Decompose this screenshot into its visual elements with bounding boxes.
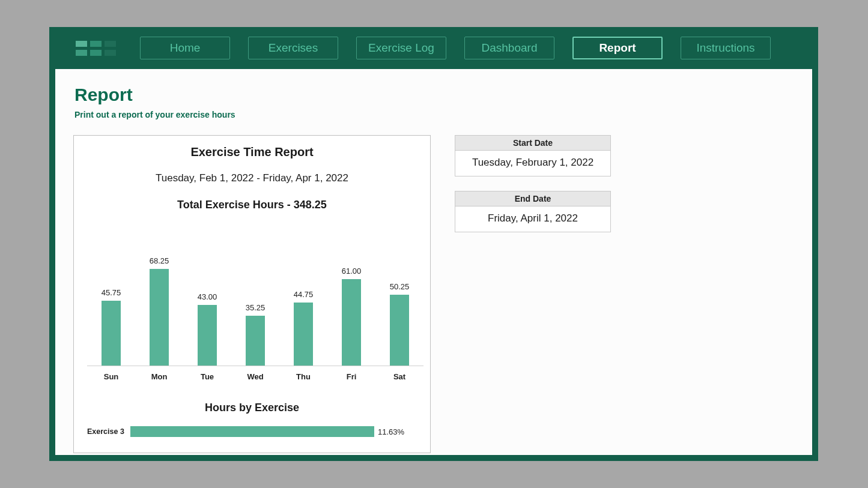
- bar-column: 35.25: [237, 303, 274, 366]
- bar-x-label: Sun: [93, 372, 130, 381]
- hbe-track: 11.63%: [130, 426, 413, 437]
- bar-x-label: Sat: [381, 372, 418, 381]
- bar-rect: [294, 303, 313, 366]
- bar-x-label: Wed: [237, 372, 274, 381]
- hours-by-day-xaxis: SunMonTueWedThuFriSat: [87, 372, 423, 381]
- nav-tab-exercise-log[interactable]: Exercise Log: [356, 37, 446, 59]
- bar-x-label: Thu: [285, 372, 322, 381]
- main-row: Exercise Time Report Tuesday, Feb 1, 202…: [73, 135, 794, 455]
- start-date-value: Tuesday, February 1, 2022: [455, 151, 610, 176]
- nav-tab-exercises[interactable]: Exercises: [248, 37, 338, 59]
- nav-tab-report[interactable]: Report: [572, 37, 663, 59]
- bar-value-label: 50.25: [390, 282, 410, 291]
- bar-value-label: 43.00: [198, 292, 217, 301]
- hours-by-exercise-row: Exercise 3 11.63%: [87, 426, 417, 437]
- nav-tab-dashboard[interactable]: Dashboard: [464, 37, 554, 59]
- page-header: Report Print out a report of your exerci…: [55, 69, 812, 119]
- bar-value-label: 68.25: [150, 256, 169, 265]
- app-window: HomeExercisesExercise LogDashboardReport…: [49, 27, 818, 461]
- app-logo-icon: [76, 41, 116, 56]
- side-controls: Start Date Tuesday, February 1, 2022 End…: [455, 135, 611, 455]
- bar-column: 45.75: [93, 288, 130, 366]
- bar-value-label: 35.25: [246, 303, 266, 312]
- bar-value-label: 44.75: [294, 290, 314, 299]
- bar-rect: [342, 279, 361, 366]
- bar-column: 43.00: [189, 292, 226, 366]
- report-panel-title: Exercise Time Report: [87, 145, 417, 159]
- report-panel: Exercise Time Report Tuesday, Feb 1, 202…: [73, 135, 431, 453]
- hbe-percent: 11.63%: [378, 426, 404, 437]
- bar-value-label: 61.00: [342, 267, 362, 276]
- header-bar: HomeExercisesExercise LogDashboardReport…: [49, 27, 818, 69]
- bar-column: 61.00: [333, 267, 370, 366]
- page-subtitle: Print out a report of your exercise hour…: [74, 110, 812, 119]
- page-title: Report: [74, 85, 812, 105]
- end-date-label: End Date: [455, 191, 610, 206]
- bar-rect: [102, 301, 121, 366]
- nav-tabs: HomeExercisesExercise LogDashboardReport…: [140, 37, 804, 59]
- report-date-range: Tuesday, Feb 1, 2022 - Friday, Apr 1, 20…: [87, 172, 417, 184]
- hbe-label: Exercise 3: [87, 427, 124, 436]
- hours-by-exercise-title: Hours by Exercise: [87, 402, 417, 414]
- end-date-field[interactable]: End Date Friday, April 1, 2022: [455, 191, 611, 232]
- hours-by-day-chart: 45.7568.2543.0035.2544.7561.0050.25: [87, 240, 423, 366]
- bar-x-label: Fri: [333, 372, 370, 381]
- end-date-value: Friday, April 1, 2022: [455, 206, 610, 232]
- bar-x-label: Tue: [189, 372, 226, 381]
- bar-column: 68.25: [141, 256, 178, 366]
- nav-tab-instructions[interactable]: Instructions: [681, 37, 771, 59]
- content-area: Report Print out a report of your exerci…: [55, 69, 812, 455]
- hbe-bar: [130, 426, 374, 437]
- bar-column: 50.25: [381, 282, 418, 366]
- nav-tab-home[interactable]: Home: [140, 37, 230, 59]
- report-total-hours: Total Exercise Hours - 348.25: [87, 199, 417, 211]
- bar-rect: [198, 305, 217, 366]
- bar-column: 44.75: [285, 290, 322, 366]
- start-date-label: Start Date: [455, 136, 610, 151]
- bar-rect: [246, 316, 265, 366]
- bar-value-label: 45.75: [102, 288, 121, 297]
- start-date-field[interactable]: Start Date Tuesday, February 1, 2022: [455, 135, 611, 176]
- bar-x-label: Mon: [141, 372, 178, 381]
- bar-rect: [390, 295, 409, 366]
- bar-rect: [150, 269, 169, 366]
